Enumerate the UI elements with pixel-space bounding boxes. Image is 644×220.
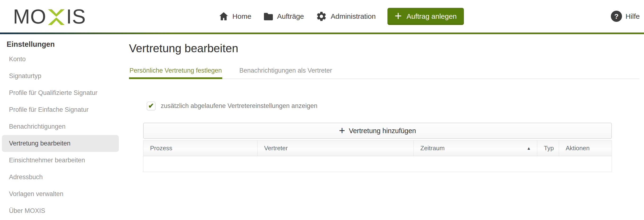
sidebar-item-signaturtyp[interactable]: Signaturtyp bbox=[2, 68, 119, 84]
tab-bar: Persönliche Vertretung festlegen Benachr… bbox=[129, 67, 639, 79]
sort-asc-icon: ▲ bbox=[526, 146, 531, 150]
nav-item-administration[interactable]: Administration bbox=[316, 11, 376, 22]
sidebar-item-profile-einfache-signatur[interactable]: Profile für Einfache Signatur bbox=[2, 101, 119, 118]
nav-item-auftraege[interactable]: Aufträge bbox=[263, 11, 304, 22]
column-header-zeitraum-label: Zeitraum bbox=[420, 145, 445, 152]
create-order-button-label: Auftrag anlegen bbox=[406, 12, 457, 20]
sidebar-item-profile-qualifizierte-signatur[interactable]: Profile für Qualifizierte Signatur bbox=[2, 84, 119, 101]
folder-icon bbox=[263, 11, 274, 22]
help-button[interactable]: ? Hilfe bbox=[611, 11, 640, 22]
sidebar-item-vorlagen-verwalten[interactable]: Vorlagen verwalten bbox=[2, 186, 119, 202]
nav-item-label: Aufträge bbox=[277, 12, 304, 20]
help-icon: ? bbox=[611, 11, 622, 22]
nav-item-label: Administration bbox=[331, 12, 376, 20]
column-header-prozess[interactable]: Prozess bbox=[144, 141, 257, 156]
add-vertretung-button[interactable]: + Vertretung hinzufügen bbox=[143, 123, 612, 139]
page-body: Einstellungen Konto Signaturtyp Profile … bbox=[0, 34, 644, 219]
page-title: Vertretung bearbeiten bbox=[129, 42, 639, 55]
sidebar-item-vertretung-bearbeiten[interactable]: Vertretung bearbeiten bbox=[2, 135, 119, 152]
sidebar-item-ueber-moxis[interactable]: Über MOXIS bbox=[2, 202, 119, 219]
moxis-logo[interactable]: MO IS bbox=[13, 6, 86, 27]
logo-x-icon bbox=[47, 9, 65, 25]
show-expired-checkbox-label[interactable]: zusätzlich abgelaufene Vertretereinstell… bbox=[161, 102, 318, 110]
vertretung-table-area: + Vertretung hinzufügen Prozess Vertrete… bbox=[143, 123, 612, 172]
column-header-vertreter[interactable]: Vertreter bbox=[257, 141, 414, 156]
column-header-zeitraum[interactable]: Zeitraum ▲ bbox=[414, 141, 537, 156]
nav-item-home[interactable]: Home bbox=[218, 11, 251, 22]
main-content: Vertretung bearbeiten Persönliche Vertre… bbox=[123, 34, 644, 172]
settings-sidebar: Einstellungen Konto Signaturtyp Profile … bbox=[0, 34, 123, 219]
nav-item-label: Home bbox=[232, 12, 251, 20]
header-divider bbox=[0, 33, 644, 34]
top-bar: MO IS Home Aufträge Administration + bbox=[0, 0, 644, 33]
table-header-row: Prozess Vertreter Zeitraum ▲ Typ Aktione… bbox=[144, 141, 612, 156]
tab-benachrichtigungen-als-vertreter[interactable]: Benachrichtigungen als Vertreter bbox=[239, 67, 332, 79]
table-empty-row bbox=[144, 156, 612, 172]
home-icon bbox=[218, 11, 229, 22]
column-header-typ[interactable]: Typ bbox=[537, 141, 559, 156]
vertretung-table: Prozess Vertreter Zeitraum ▲ Typ Aktione… bbox=[143, 140, 612, 172]
sidebar-item-adressbuch[interactable]: Adressbuch bbox=[2, 169, 119, 186]
create-order-button[interactable]: + Auftrag anlegen bbox=[388, 8, 464, 25]
checkmark-icon: ✔ bbox=[148, 102, 154, 109]
main-nav: Home Aufträge Administration + Auftrag a… bbox=[218, 8, 464, 25]
help-label: Hilfe bbox=[626, 12, 640, 20]
sidebar-title: Einstellungen bbox=[7, 40, 123, 48]
logo-text-mo: MO bbox=[13, 6, 46, 27]
sidebar-item-einsichtnehmer-bearbeiten[interactable]: Einsichtnehmer bearbeiten bbox=[2, 152, 119, 169]
gear-icon bbox=[316, 11, 327, 22]
tab-persoenliche-vertretung[interactable]: Persönliche Vertretung festlegen bbox=[129, 67, 222, 79]
show-expired-checkbox-row: ✔ zusätzlich abgelaufene Vertretereinste… bbox=[147, 101, 639, 110]
show-expired-checkbox[interactable]: ✔ bbox=[147, 101, 156, 110]
sidebar-list: Konto Signaturtyp Profile für Qualifizie… bbox=[2, 51, 123, 219]
column-header-aktionen[interactable]: Aktionen bbox=[559, 141, 612, 156]
add-vertretung-button-label: Vertretung hinzufügen bbox=[349, 127, 416, 135]
sidebar-item-konto[interactable]: Konto bbox=[2, 51, 119, 68]
sidebar-item-benachrichtigungen[interactable]: Benachrichtigungen bbox=[2, 118, 119, 135]
logo-text-is: IS bbox=[66, 6, 86, 27]
